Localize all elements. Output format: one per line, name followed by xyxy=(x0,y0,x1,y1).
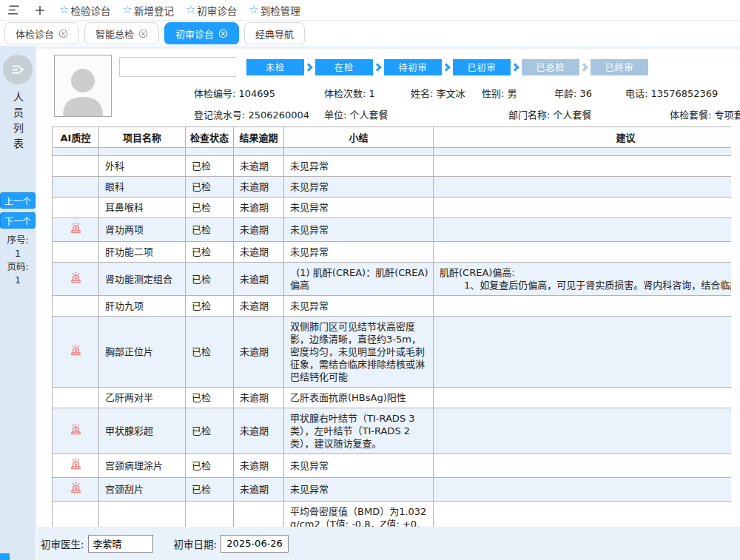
doctor-input[interactable] xyxy=(88,535,153,553)
star-icon: ☆ xyxy=(186,4,195,16)
chevron-right-icon xyxy=(511,63,519,71)
advice-cell xyxy=(434,408,732,454)
table-row[interactable]: 甲状腺彩超 已检 未逾期 甲状腺右叶结节（TI-RADS 3类），左叶结节（TI… xyxy=(53,408,732,454)
item-name-cell: 乙肝两对半 xyxy=(99,388,186,408)
ai-qc-cell xyxy=(53,408,99,454)
menu-item-first-review-station[interactable]: ☆ 初审诊台 xyxy=(186,3,237,18)
add-tab-icon[interactable] xyxy=(33,4,47,17)
table-row[interactable]: 肾功两项 已检 未逾期 未见异常 xyxy=(53,218,732,242)
table-row[interactable]: 乙肝两对半 已检 未逾期 乙肝表面抗原(HBsAg)阳性 xyxy=(53,388,732,408)
patient-panel: 未检 在检 待初审 已初审 已总检 已终审 体检编号:104695 体检次数:1… xyxy=(37,49,740,527)
ai-qc-cell xyxy=(53,296,99,317)
tab-classic-navigation[interactable]: 经典导航 xyxy=(244,22,305,44)
item-name-cell: 眼科 xyxy=(99,177,186,198)
doctor-label: 初审医生: xyxy=(41,536,84,551)
alarm-siren-icon xyxy=(70,482,82,494)
close-icon[interactable] xyxy=(138,29,148,38)
next-button[interactable]: 下一个 xyxy=(0,212,36,229)
check-status-cell: 已检 xyxy=(186,242,234,263)
col-header-ai-qc: AI质控 xyxy=(53,127,99,148)
table-row[interactable]: 宫颈病理涂片 已检 未逾期 未见异常 xyxy=(53,454,732,478)
alarm-siren-icon xyxy=(70,271,82,284)
col-header-status: 检查状态 xyxy=(186,127,234,148)
tab-smart-summary[interactable]: 智能总检 xyxy=(84,22,159,44)
overdue-cell: 未逾期 xyxy=(234,388,284,408)
summary-cell: 平均骨密度值（BMD）为1.032 g/cm2（T值: -0.8，Z值: +0.… xyxy=(284,502,434,527)
overdue-cell: 未逾期 xyxy=(234,408,284,454)
sidebar: 人员列表 上一个 下一个 序号: 1 页码: 1 xyxy=(0,46,37,560)
status-step: 已总检 xyxy=(522,59,579,75)
summary-cell: 未见异常 xyxy=(284,156,434,177)
results-table-container: AI质控 项目名称 检查状态 结果逾期 小结 建议 外科 已检 未逾期 未见异常 xyxy=(52,126,731,527)
advice-cell xyxy=(434,177,732,198)
overdue-cell: 未逾期 xyxy=(234,454,284,478)
table-row[interactable]: 眼科 已检 未逾期 未见异常 xyxy=(53,177,732,198)
check-status-cell: 已检 xyxy=(186,177,234,198)
table-row[interactable] xyxy=(53,148,732,156)
close-icon[interactable] xyxy=(218,29,228,38)
ai-qc-cell xyxy=(53,478,99,502)
tab-first-review-station[interactable]: 初审诊台 xyxy=(164,22,239,44)
item-name-cell: 肾功能测定组合 xyxy=(99,263,186,296)
field-value: 13576852369 xyxy=(650,88,718,99)
status-separator xyxy=(579,59,591,75)
table-row[interactable]: 平均骨密度值（BMD）为1.032 g/cm2（T值: -0.8，Z值: +0.… xyxy=(53,502,732,527)
check-status-cell: 已检 xyxy=(186,454,234,478)
people-list-button[interactable] xyxy=(3,55,33,84)
status-separator xyxy=(442,59,453,75)
item-name-cell: 甲状腺彩超 xyxy=(99,408,186,454)
chevron-right-icon xyxy=(442,63,450,71)
check-status-cell: 已检 xyxy=(186,317,234,388)
advice-cell xyxy=(434,242,732,263)
status-step: 已终审 xyxy=(591,59,648,75)
page-label: 页码: xyxy=(7,260,28,274)
table-row[interactable]: 肝功九项 已检 未逾期 未见异常 xyxy=(53,296,732,317)
field-label: 单位: xyxy=(324,109,346,121)
advice-cell xyxy=(434,454,732,478)
tab-exam-station[interactable]: 体检诊台 xyxy=(4,22,79,44)
ai-qc-cell xyxy=(53,454,99,478)
date-input[interactable] xyxy=(221,535,289,553)
col-header-item-name: 项目名称 xyxy=(99,127,186,148)
field-label: 电话: xyxy=(625,88,648,99)
check-status-cell xyxy=(186,148,234,156)
menu-item-label: 到检管理 xyxy=(260,3,300,18)
close-icon[interactable] xyxy=(58,29,68,38)
summary-cell: 甲状腺右叶结节（TI-RADS 3类），左叶结节（TI-RADS 2类），建议随… xyxy=(284,408,434,454)
item-name-cell: 肝功能二项 xyxy=(99,242,186,263)
seq-value: 1 xyxy=(7,247,28,260)
menu-item-arrival-management[interactable]: ☆ 到检管理 xyxy=(249,3,300,18)
search-input[interactable] xyxy=(120,58,256,75)
content-area: 未检 在检 待初审 已初审 已总检 已终审 体检编号:104695 体检次数:1… xyxy=(37,46,740,560)
results-table: AI质控 项目名称 检查状态 结果逾期 小结 建议 外科 已检 未逾期 未见异常 xyxy=(52,126,731,527)
collapse-menu-icon[interactable] xyxy=(6,4,21,17)
table-row[interactable]: 胸部正位片 已检 未逾期 双侧肺门区可见结节状高密度影，边缘清晰，直径约3-5m… xyxy=(53,317,732,388)
summary-cell: 未见异常 xyxy=(284,198,434,218)
corner-accent-square xyxy=(0,553,10,560)
top-menu-bar: ☆ 检验诊台 ☆ 新增登记 ☆ 初审诊台 ☆ 到检管理 xyxy=(0,0,740,21)
status-flow: 未检 在检 待初审 已初审 已总检 已终审 xyxy=(246,59,648,75)
table-row[interactable]: 肝功能二项 已检 未逾期 未见异常 xyxy=(53,242,732,263)
overdue-cell: 未逾期 xyxy=(234,242,284,263)
prev-button[interactable]: 上一个 xyxy=(0,192,36,209)
tab-bar: 体检诊台 智能总检 初审诊台 经典导航 xyxy=(0,21,740,46)
menu-item-lab-station[interactable]: ☆ 检验诊台 xyxy=(59,3,110,18)
menu-item-label: 检验诊台 xyxy=(70,3,110,18)
check-status-cell xyxy=(186,502,234,527)
ai-qc-cell xyxy=(53,317,99,388)
table-row[interactable]: 肾功能测定组合 已检 未逾期 (1) 肌酐(CREA)：肌酐(CREA)偏高 肌… xyxy=(53,263,732,296)
menu-item-new-registration[interactable]: ☆ 新增登记 xyxy=(122,3,173,18)
chevron-right-icon xyxy=(304,63,312,71)
item-name-cell: 胸部正位片 xyxy=(99,317,186,388)
status-step: 在检 xyxy=(315,59,373,75)
ai-qc-cell xyxy=(53,177,99,198)
table-row[interactable]: 宫颈刮片 已检 未逾期 未见异常 xyxy=(53,478,732,502)
field-value: 个人套餐 xyxy=(553,109,591,121)
check-status-cell: 已检 xyxy=(186,198,234,218)
advice-cell xyxy=(434,502,732,527)
table-row[interactable]: 外科 已检 未逾期 未见异常 xyxy=(53,156,732,177)
field-label: 姓名: xyxy=(411,88,433,99)
avatar xyxy=(54,55,112,117)
table-row[interactable]: 耳鼻喉科 已检 未逾期 未见异常 xyxy=(53,198,732,218)
field-value: 个人套餐 xyxy=(349,109,388,121)
